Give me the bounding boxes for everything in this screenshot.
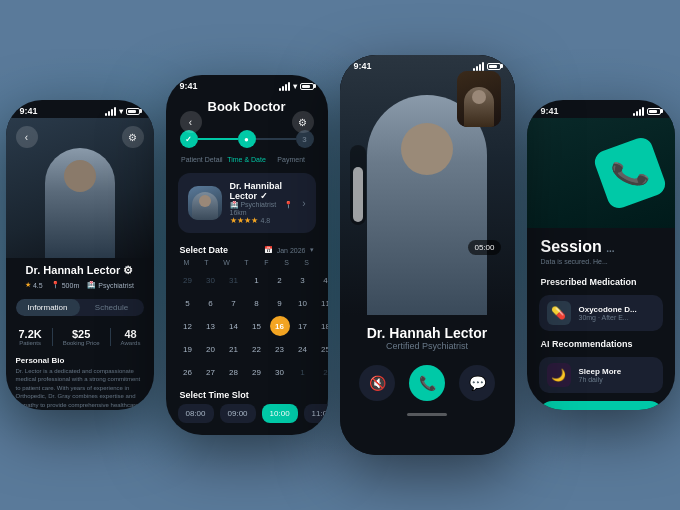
rating-badge: ★ 4.5 [25,281,43,289]
cal-day[interactable]: 21 [224,339,244,359]
medications-title: Prescribed Medication [527,273,675,291]
cal-day[interactable]: 15 [247,316,267,336]
doctor-name-3: Dr. Hannah Lector [354,325,501,341]
back-button-1[interactable]: ‹ [16,126,38,148]
cal-day[interactable]: 29 [247,362,267,382]
cal-day[interactable]: 14 [224,316,244,336]
cal-day[interactable]: 1 [247,270,267,290]
cal-day[interactable]: 5 [178,293,198,313]
tab-information[interactable]: Information [16,299,80,316]
cal-day[interactable]: 9 [270,293,290,313]
time-slot-3[interactable]: 11:00 [304,404,328,423]
back-button-2[interactable]: ‹ [180,111,202,133]
cal-day[interactable]: 17 [293,316,313,336]
status-bar-1: 9:41 ▾ [6,100,154,118]
session-title: Session ... [527,228,675,258]
message-button[interactable]: 💬 [459,365,495,401]
battery-icon-2 [300,83,314,90]
chevron-down-icon: ▾ [310,246,314,254]
doctor-card-2[interactable]: Dr. Hannibal Lector ✓ 🏥 Psychiatrist 📍 1… [178,173,316,233]
time-4: 9:41 [541,106,559,116]
cal-day[interactable]: 4 [316,270,328,290]
telephone-icon: 📞 [591,135,668,212]
ai-info-0: Sleep More 7h daily [579,367,622,383]
cal-day[interactable]: 1 [293,362,313,382]
status-icons-1: ▾ [105,107,140,116]
cal-day[interactable]: 26 [178,362,198,382]
cal-day[interactable]: 30 [201,270,221,290]
phone-illustration: 📞 [585,118,675,228]
cal-day[interactable]: 24 [293,339,313,359]
doctor-specialty-3: Certified Psychiatrist [354,341,501,351]
cal-day[interactable]: 18 [316,316,328,336]
status-icons-4 [633,107,661,116]
cal-day[interactable]: 6 [201,293,221,313]
cal-day[interactable]: 19 [178,339,198,359]
cal-day[interactable]: 30 [270,362,290,382]
session-hero: 📞 [527,118,675,228]
step-labels: Patient Detail Time & Date Payment [166,154,328,169]
cal-day[interactable]: 2 [316,362,328,382]
stat-divider-1 [52,328,53,346]
tab-schedule[interactable]: Schedule [80,299,144,316]
specialty-icon: 🏥 [87,281,96,289]
doctor-stats: 7.2K Patients $25 Booking Price 48 Award… [6,322,154,352]
cal-day[interactable]: 28 [224,362,244,382]
call-timer: 05:00 [468,240,500,255]
cal-day[interactable]: 29 [178,270,198,290]
gear-icon-1: ⚙ [128,132,137,143]
specialty-icon-2: 🏥 [230,201,239,208]
cal-day[interactable]: 12 [178,316,198,336]
cal-day[interactable]: 3 [293,270,313,290]
cal-day[interactable]: 2 [270,270,290,290]
month-nav[interactable]: 📅 Jan 2026 ▾ [264,246,314,254]
status-icons-3 [473,61,501,71]
ai-item-0: 🌙 Sleep More 7h daily [539,357,663,393]
date-header: Select Date 📅 Jan 2026 ▾ [166,237,328,259]
step-label-1: Patient Detail [180,156,225,163]
settings-button-1[interactable]: ⚙ [122,126,144,148]
cal-day[interactable]: 20 [201,339,221,359]
doctor-main-content: 9:41 [340,55,515,455]
phone-book-doctor: 9:41 ▾ ‹ Book Doctor ⚙ ✓ ● [166,75,328,435]
doctor-head-1 [64,160,96,192]
cal-day[interactable]: 27 [201,362,221,382]
cal-day[interactable]: 25 [316,339,328,359]
doctor-info-2: Dr. Hannibal Lector ✓ 🏥 Psychiatrist 📍 1… [230,181,295,225]
cal-day[interactable]: 23 [270,339,290,359]
medication-info-0: Oxycodone D... 30mg · After E... [579,305,637,321]
profile-tabs: Information Schedule [16,299,144,316]
settings-button-2[interactable]: ⚙ [292,111,314,133]
bio-text: Dr. Lector is a dedicated and compassion… [6,367,154,410]
cal-day[interactable]: 11 [316,293,328,313]
cal-day[interactable]: 10 [293,293,313,313]
select-date-label: Select Date [180,245,229,255]
location-icon: 📍 [51,281,60,289]
wifi-icon-2: ▾ [293,82,297,91]
call-button[interactable]: 📞 [409,365,445,401]
volume-fill [353,167,363,222]
call-controls: 🔇 📞 💬 [354,359,501,407]
time-slot-1[interactable]: 09:00 [220,404,256,423]
ai-title: AI Recommendations [527,335,675,353]
gear-icon-2: ⚙ [298,117,307,128]
doctor-head-main [401,123,453,175]
battery-icon-4 [647,108,661,115]
volume-slider[interactable] [350,145,366,225]
cal-day-selected[interactable]: 16 [270,316,290,336]
complete-button[interactable]: Comple... [539,401,663,410]
time-slots-row: 08:00 09:00 10:00 11:00 [166,404,328,423]
cal-day[interactable]: 8 [247,293,267,313]
cal-day[interactable]: 31 [224,270,244,290]
battery-icon-3 [487,63,501,70]
time-slot-2-selected[interactable]: 10:00 [262,404,298,423]
cal-day[interactable]: 7 [224,293,244,313]
signal-icon-2 [279,82,290,91]
doctor-card-arrow-icon: › [302,198,305,209]
medication-icon-0: 💊 [547,301,571,325]
cal-day[interactable]: 22 [247,339,267,359]
cal-day[interactable]: 13 [201,316,221,336]
distance-badge: 📍 500m [51,281,80,289]
time-slot-0[interactable]: 08:00 [178,404,214,423]
mute-button[interactable]: 🔇 [359,365,395,401]
